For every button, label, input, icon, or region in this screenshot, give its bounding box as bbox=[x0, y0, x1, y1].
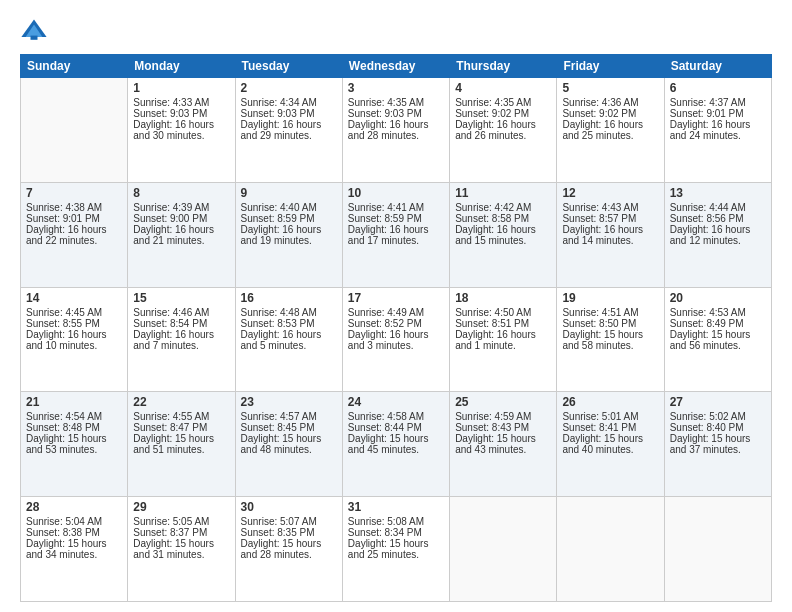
sunset-text: Sunset: 8:53 PM bbox=[241, 318, 337, 329]
calendar-cell: 1Sunrise: 4:33 AMSunset: 9:03 PMDaylight… bbox=[128, 78, 235, 183]
sunrise-text: Sunrise: 4:34 AM bbox=[241, 97, 337, 108]
daylight-text: Daylight: 16 hours and 25 minutes. bbox=[562, 119, 658, 141]
calendar-cell: 9Sunrise: 4:40 AMSunset: 8:59 PMDaylight… bbox=[235, 182, 342, 287]
sunrise-text: Sunrise: 4:57 AM bbox=[241, 411, 337, 422]
day-number: 22 bbox=[133, 395, 229, 409]
daylight-text: Daylight: 16 hours and 3 minutes. bbox=[348, 329, 444, 351]
sunset-text: Sunset: 8:38 PM bbox=[26, 527, 122, 538]
day-number: 19 bbox=[562, 291, 658, 305]
sunrise-text: Sunrise: 5:08 AM bbox=[348, 516, 444, 527]
daylight-text: Daylight: 16 hours and 30 minutes. bbox=[133, 119, 229, 141]
daylight-text: Daylight: 15 hours and 37 minutes. bbox=[670, 433, 766, 455]
sunrise-text: Sunrise: 4:33 AM bbox=[133, 97, 229, 108]
sunrise-text: Sunrise: 4:43 AM bbox=[562, 202, 658, 213]
sunrise-text: Sunrise: 4:35 AM bbox=[455, 97, 551, 108]
day-number: 30 bbox=[241, 500, 337, 514]
day-number: 2 bbox=[241, 81, 337, 95]
sunset-text: Sunset: 8:54 PM bbox=[133, 318, 229, 329]
day-number: 20 bbox=[670, 291, 766, 305]
day-number: 5 bbox=[562, 81, 658, 95]
day-number: 9 bbox=[241, 186, 337, 200]
day-number: 16 bbox=[241, 291, 337, 305]
sunset-text: Sunset: 8:35 PM bbox=[241, 527, 337, 538]
sunset-text: Sunset: 8:57 PM bbox=[562, 213, 658, 224]
daylight-text: Daylight: 15 hours and 25 minutes. bbox=[348, 538, 444, 560]
sunrise-text: Sunrise: 5:01 AM bbox=[562, 411, 658, 422]
sunrise-text: Sunrise: 4:38 AM bbox=[26, 202, 122, 213]
sunrise-text: Sunrise: 4:54 AM bbox=[26, 411, 122, 422]
sunset-text: Sunset: 9:01 PM bbox=[26, 213, 122, 224]
sunrise-text: Sunrise: 4:39 AM bbox=[133, 202, 229, 213]
page: SundayMondayTuesdayWednesdayThursdayFrid… bbox=[0, 0, 792, 612]
calendar-week-1: 1Sunrise: 4:33 AMSunset: 9:03 PMDaylight… bbox=[21, 78, 772, 183]
calendar-cell: 31Sunrise: 5:08 AMSunset: 8:34 PMDayligh… bbox=[342, 497, 449, 602]
day-number: 14 bbox=[26, 291, 122, 305]
sunset-text: Sunset: 9:03 PM bbox=[133, 108, 229, 119]
sunrise-text: Sunrise: 4:53 AM bbox=[670, 307, 766, 318]
sunset-text: Sunset: 8:50 PM bbox=[562, 318, 658, 329]
day-number: 31 bbox=[348, 500, 444, 514]
calendar-week-4: 21Sunrise: 4:54 AMSunset: 8:48 PMDayligh… bbox=[21, 392, 772, 497]
calendar-cell: 30Sunrise: 5:07 AMSunset: 8:35 PMDayligh… bbox=[235, 497, 342, 602]
sunset-text: Sunset: 9:00 PM bbox=[133, 213, 229, 224]
sunrise-text: Sunrise: 5:07 AM bbox=[241, 516, 337, 527]
sunset-text: Sunset: 9:01 PM bbox=[670, 108, 766, 119]
sunrise-text: Sunrise: 4:51 AM bbox=[562, 307, 658, 318]
sunrise-text: Sunrise: 5:05 AM bbox=[133, 516, 229, 527]
sunrise-text: Sunrise: 4:55 AM bbox=[133, 411, 229, 422]
sunrise-text: Sunrise: 4:40 AM bbox=[241, 202, 337, 213]
sunset-text: Sunset: 9:03 PM bbox=[241, 108, 337, 119]
calendar-cell: 4Sunrise: 4:35 AMSunset: 9:02 PMDaylight… bbox=[450, 78, 557, 183]
sunset-text: Sunset: 8:51 PM bbox=[455, 318, 551, 329]
calendar-header-sunday: Sunday bbox=[21, 55, 128, 78]
calendar-cell: 7Sunrise: 4:38 AMSunset: 9:01 PMDaylight… bbox=[21, 182, 128, 287]
calendar-header-row: SundayMondayTuesdayWednesdayThursdayFrid… bbox=[21, 55, 772, 78]
logo bbox=[20, 16, 50, 44]
calendar-cell: 21Sunrise: 4:54 AMSunset: 8:48 PMDayligh… bbox=[21, 392, 128, 497]
day-number: 18 bbox=[455, 291, 551, 305]
sunset-text: Sunset: 8:59 PM bbox=[241, 213, 337, 224]
sunset-text: Sunset: 8:59 PM bbox=[348, 213, 444, 224]
day-number: 24 bbox=[348, 395, 444, 409]
calendar-cell: 11Sunrise: 4:42 AMSunset: 8:58 PMDayligh… bbox=[450, 182, 557, 287]
calendar-cell: 6Sunrise: 4:37 AMSunset: 9:01 PMDaylight… bbox=[664, 78, 771, 183]
calendar-cell: 5Sunrise: 4:36 AMSunset: 9:02 PMDaylight… bbox=[557, 78, 664, 183]
calendar-cell: 8Sunrise: 4:39 AMSunset: 9:00 PMDaylight… bbox=[128, 182, 235, 287]
daylight-text: Daylight: 16 hours and 15 minutes. bbox=[455, 224, 551, 246]
daylight-text: Daylight: 15 hours and 45 minutes. bbox=[348, 433, 444, 455]
calendar-cell bbox=[664, 497, 771, 602]
daylight-text: Daylight: 16 hours and 28 minutes. bbox=[348, 119, 444, 141]
svg-rect-2 bbox=[31, 36, 38, 40]
calendar-cell: 17Sunrise: 4:49 AMSunset: 8:52 PMDayligh… bbox=[342, 287, 449, 392]
sunset-text: Sunset: 8:41 PM bbox=[562, 422, 658, 433]
calendar-cell: 22Sunrise: 4:55 AMSunset: 8:47 PMDayligh… bbox=[128, 392, 235, 497]
sunrise-text: Sunrise: 4:45 AM bbox=[26, 307, 122, 318]
sunset-text: Sunset: 9:02 PM bbox=[455, 108, 551, 119]
daylight-text: Daylight: 16 hours and 21 minutes. bbox=[133, 224, 229, 246]
sunrise-text: Sunrise: 4:37 AM bbox=[670, 97, 766, 108]
calendar-header-wednesday: Wednesday bbox=[342, 55, 449, 78]
calendar-cell: 13Sunrise: 4:44 AMSunset: 8:56 PMDayligh… bbox=[664, 182, 771, 287]
calendar-cell: 16Sunrise: 4:48 AMSunset: 8:53 PMDayligh… bbox=[235, 287, 342, 392]
sunrise-text: Sunrise: 4:42 AM bbox=[455, 202, 551, 213]
calendar-cell: 14Sunrise: 4:45 AMSunset: 8:55 PMDayligh… bbox=[21, 287, 128, 392]
sunrise-text: Sunrise: 4:49 AM bbox=[348, 307, 444, 318]
day-number: 29 bbox=[133, 500, 229, 514]
daylight-text: Daylight: 16 hours and 19 minutes. bbox=[241, 224, 337, 246]
calendar-cell: 12Sunrise: 4:43 AMSunset: 8:57 PMDayligh… bbox=[557, 182, 664, 287]
calendar-cell bbox=[557, 497, 664, 602]
sunrise-text: Sunrise: 4:41 AM bbox=[348, 202, 444, 213]
sunrise-text: Sunrise: 4:58 AM bbox=[348, 411, 444, 422]
calendar-cell: 29Sunrise: 5:05 AMSunset: 8:37 PMDayligh… bbox=[128, 497, 235, 602]
calendar-cell: 19Sunrise: 4:51 AMSunset: 8:50 PMDayligh… bbox=[557, 287, 664, 392]
sunset-text: Sunset: 8:58 PM bbox=[455, 213, 551, 224]
sunrise-text: Sunrise: 4:59 AM bbox=[455, 411, 551, 422]
daylight-text: Daylight: 15 hours and 34 minutes. bbox=[26, 538, 122, 560]
sunset-text: Sunset: 8:45 PM bbox=[241, 422, 337, 433]
day-number: 8 bbox=[133, 186, 229, 200]
daylight-text: Daylight: 15 hours and 43 minutes. bbox=[455, 433, 551, 455]
calendar-cell: 23Sunrise: 4:57 AMSunset: 8:45 PMDayligh… bbox=[235, 392, 342, 497]
calendar-cell: 25Sunrise: 4:59 AMSunset: 8:43 PMDayligh… bbox=[450, 392, 557, 497]
calendar-cell: 24Sunrise: 4:58 AMSunset: 8:44 PMDayligh… bbox=[342, 392, 449, 497]
sunset-text: Sunset: 8:40 PM bbox=[670, 422, 766, 433]
